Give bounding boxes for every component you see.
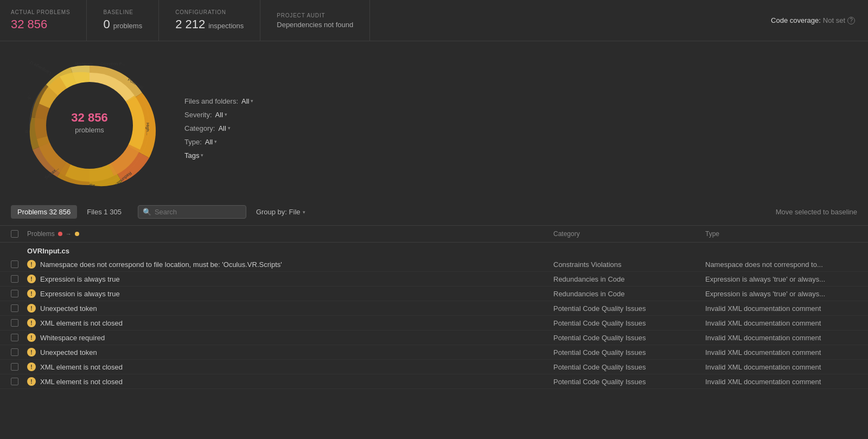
problems-col-label: Problems — [27, 230, 55, 238]
svg-text:Common P...: Common P... — [100, 61, 125, 66]
problem-text: XML element is not closed — [40, 319, 123, 327]
group-by-chevron-icon: ▾ — [303, 209, 305, 215]
files-folders-value[interactable]: All ▾ — [241, 97, 253, 105]
row-category-cell: Redundancies in Code — [553, 290, 705, 298]
search-icon: 🔍 — [143, 208, 151, 216]
table-row[interactable]: ! Expression is always true Redundancies… — [0, 272, 868, 287]
warning-icon: ! — [27, 304, 36, 313]
tab-problems[interactable]: Problems 32 856 — [11, 205, 77, 219]
row-checkbox-cell — [11, 334, 27, 341]
svg-text:P...: P... — [25, 92, 32, 100]
warning-icon: ! — [27, 348, 36, 357]
warning-icon: ! — [27, 289, 36, 298]
select-all-checkbox[interactable] — [11, 230, 18, 238]
tags-filter[interactable]: Tags ▾ — [184, 151, 857, 160]
group-by-selector[interactable]: Group by: File ▾ — [256, 208, 305, 216]
table-row[interactable]: ! Expression is always true Redundancies… — [0, 287, 868, 301]
tags-value[interactable]: Tags ▾ — [184, 151, 203, 160]
actual-problems-block: ACTUAL PROBLEMS 32 856 — [0, 0, 87, 41]
arrow-icon: → — [66, 231, 72, 237]
row-checkbox[interactable] — [11, 260, 18, 268]
row-checkbox[interactable] — [11, 348, 18, 356]
filters-area: Files and folders: All ▾ Severity: All ▾… — [184, 52, 857, 199]
row-checkbox[interactable] — [11, 378, 18, 385]
project-audit-label: PROJECT AUDIT — [277, 12, 353, 18]
warning-icon: ! — [27, 362, 36, 371]
warning-icon: ! — [27, 260, 36, 269]
table-row[interactable]: ! XML element is not closed Potential Co… — [0, 374, 868, 389]
table-row[interactable]: ! Whitespace required Potential Code Qua… — [0, 330, 868, 345]
row-type-cell: Expression is always 'true' or always... — [705, 275, 857, 283]
code-coverage-block: Code coverage: Not set ? — [771, 0, 868, 41]
table-row[interactable]: ! Unexpected token Potential Code Qualit… — [0, 345, 868, 360]
row-checkbox[interactable] — [11, 304, 18, 312]
search-input[interactable] — [155, 208, 241, 216]
row-type-cell: Invalid XML documentation comment — [705, 319, 857, 327]
row-category-cell: Potential Code Quality Issues — [553, 363, 705, 371]
configuration-label: CONFIGURATION — [175, 9, 244, 15]
row-checkbox[interactable] — [11, 290, 18, 297]
type-value[interactable]: All ▾ — [205, 138, 217, 146]
group-by-label: Group by: File — [256, 208, 301, 216]
severity-filter[interactable]: Severity: All ▾ — [184, 111, 857, 119]
dot-red-icon — [58, 232, 62, 236]
svg-text:32 856: 32 856 — [71, 111, 107, 124]
row-checkbox[interactable] — [11, 334, 18, 341]
warning-icon: ! — [27, 333, 36, 342]
row-type-cell: Invalid XML documentation comment — [705, 363, 857, 371]
header-checkbox-cell — [11, 230, 27, 238]
tabs-bar: Problems 32 856 Files 1 305 🔍 Group by: … — [0, 199, 868, 226]
severity-value[interactable]: All ▾ — [215, 111, 227, 119]
problem-text: Unexpected token — [40, 304, 97, 313]
table-row[interactable]: ! XML element is not closed Potential Co… — [0, 316, 868, 330]
problem-text: Namespace does not correspond to file lo… — [40, 260, 282, 269]
row-checkbox[interactable] — [11, 319, 18, 327]
tab-files[interactable]: Files 1 305 — [80, 205, 128, 219]
files-folders-filter[interactable]: Files and folders: All ▾ — [184, 97, 857, 105]
stats-bar: ACTUAL PROBLEMS 32 856 BASELINE 0 proble… — [0, 0, 868, 41]
row-checkbox-cell — [11, 319, 27, 327]
row-checkbox-cell — [11, 260, 27, 268]
row-checkbox-cell — [11, 378, 27, 385]
header-type-col: Type — [705, 230, 857, 238]
chart-area: 32 856 problems Potential... High... Red… — [11, 52, 168, 199]
row-problem-cell: ! Expression is always true — [27, 275, 553, 283]
warning-icon: ! — [27, 275, 36, 283]
configuration-block: CONFIGURATION 2 212 inspections — [159, 0, 260, 41]
category-filter[interactable]: Category: All ▾ — [184, 124, 857, 132]
donut-chart: 32 856 problems Potential... High... Red… — [16, 52, 163, 199]
type-filter[interactable]: Type: All ▾ — [184, 138, 857, 146]
type-chevron-icon: ▾ — [214, 139, 217, 144]
table-row[interactable]: ! Unexpected token Potential Code Qualit… — [0, 301, 868, 316]
type-label: Type: — [184, 138, 202, 146]
baseline-label: BASELINE — [103, 9, 142, 15]
svg-text:High...: High... — [145, 123, 150, 135]
row-category-cell: Potential Code Quality Issues — [553, 334, 705, 342]
code-coverage-help-icon[interactable]: ? — [847, 17, 855, 24]
actual-problems-value: 32 856 — [11, 17, 70, 31]
table-area: Problems → Category Type OVRInput.cs ! N… — [0, 226, 868, 389]
row-category-cell: Potential Code Quality Issues — [553, 304, 705, 313]
severity-label: Severity: — [184, 111, 212, 119]
problem-text: Expression is always true — [40, 290, 120, 298]
row-problem-cell: ! XML element is not closed — [27, 319, 553, 327]
move-to-baseline-button[interactable]: Move selected to baseline — [776, 208, 857, 216]
table-row[interactable]: ! XML element is not closed Potential Co… — [0, 360, 868, 374]
main-content: 32 856 problems Potential... High... Red… — [0, 41, 868, 199]
row-category-cell: Potential Code Quality Issues — [553, 378, 705, 386]
row-checkbox-cell — [11, 363, 27, 371]
baseline-sub: problems — [113, 22, 142, 30]
row-checkbox[interactable] — [11, 363, 18, 371]
row-type-cell: Invalid XML documentation comment — [705, 304, 857, 313]
code-coverage-label: Code coverage: — [771, 16, 821, 24]
table-row[interactable]: ! Namespace does not correspond to file … — [0, 257, 868, 272]
table-header: Problems → Category Type — [0, 226, 868, 243]
svg-text:Language U...: Language U... — [26, 58, 52, 76]
row-checkbox[interactable] — [11, 275, 18, 283]
category-value[interactable]: All ▾ — [218, 124, 230, 132]
dot-yellow-icon — [75, 232, 79, 236]
row-category-cell: Potential Code Quality Issues — [553, 319, 705, 327]
search-box[interactable]: 🔍 — [138, 205, 246, 219]
problem-text: Expression is always true — [40, 275, 120, 283]
project-audit-value: Dependencies not found — [277, 21, 353, 29]
